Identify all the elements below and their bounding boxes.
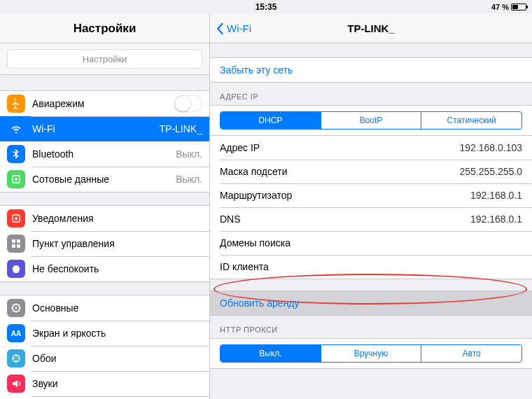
- svg-point-11: [15, 356, 17, 357]
- field-маска-подсети[interactable]: Маска подсети255.255.255.0: [210, 160, 532, 183]
- sidebar-item-wi-fi[interactable]: Wi-FiTP-LINK_: [0, 116, 209, 141]
- forget-network-group: Забыть эту сеть: [210, 57, 532, 83]
- sidebar-item-звуки[interactable]: Звуки: [0, 371, 209, 396]
- field-value: 192.168.0.1: [470, 214, 522, 225]
- sidebar-item-label: Экран и яркость: [32, 328, 202, 339]
- wifi-icon: [7, 120, 25, 138]
- sidebar-item-label: Сотовые данные: [32, 174, 176, 185]
- sidebar-item-label: Звуки: [32, 378, 202, 389]
- sidebar-item-сотовые-данные[interactable]: Сотовые данныеВыкл.: [0, 167, 209, 192]
- svg-point-8: [15, 307, 18, 309]
- field-value: 255.255.255.0: [459, 166, 522, 177]
- cellular-icon: [7, 170, 25, 188]
- detail-pane: Wi-Fi TP-LINK_ Забыть эту сеть АДРЕС IP …: [210, 14, 532, 399]
- sidebar-item-label: Уведомления: [32, 213, 202, 224]
- search-input[interactable]: [7, 49, 202, 69]
- switch[interactable]: [174, 95, 202, 112]
- field-маршрутизатор[interactable]: Маршрутизатор192.168.0.1: [210, 183, 532, 207]
- renew-lease-button[interactable]: Обновить аренду: [210, 291, 532, 315]
- field-label: Домены поиска: [220, 237, 290, 248]
- svg-rect-3: [12, 239, 15, 243]
- proxy-segmented-control[interactable]: Выкл.ВручнуюАвто: [220, 344, 522, 363]
- segment-вручную[interactable]: Вручную: [321, 345, 421, 362]
- field-label: ID клиента: [220, 261, 269, 272]
- field-label: Маршрутизатор: [220, 190, 292, 201]
- field-value: 192.168.0.103: [459, 142, 522, 153]
- field-dns[interactable]: DNS192.168.0.1: [210, 207, 532, 231]
- sidebar-item-уведомления[interactable]: Уведомления: [0, 206, 209, 231]
- sidebar-item-label: Авиарежим: [32, 98, 174, 109]
- sounds-icon: [7, 374, 25, 393]
- svg-rect-6: [17, 244, 20, 248]
- status-bar: 15:35 47 %: [0, 0, 532, 14]
- proxy-section-header: HTTP ПРОКСИ: [210, 316, 532, 338]
- field-value: 192.168.0.1: [470, 190, 522, 201]
- sidebar-item-пункт-управления[interactable]: Пункт управления: [0, 231, 209, 256]
- control-center-icon: [7, 234, 25, 253]
- sidebar-title: Настройки: [0, 14, 209, 43]
- sidebar-item-value: Выкл.: [176, 174, 202, 185]
- proxy-segmented-wrap: Выкл.ВручнуюАвто: [210, 338, 532, 369]
- wallpaper-icon: [7, 349, 25, 368]
- sidebar-item-label: Bluetooth: [32, 148, 176, 160]
- svg-rect-4: [17, 239, 20, 243]
- back-button[interactable]: Wi-Fi: [216, 22, 251, 35]
- field-label: DNS: [220, 214, 241, 225]
- general-icon: [7, 299, 25, 317]
- field-id-клиента[interactable]: ID клиента: [210, 255, 532, 279]
- battery-icon: [511, 4, 526, 10]
- svg-point-2: [15, 217, 18, 220]
- segment-bootp[interactable]: BootP: [321, 112, 421, 129]
- svg-point-13: [15, 360, 17, 361]
- sidebar-item-value: Выкл.: [176, 148, 202, 160]
- renew-lease-group: Обновить аренду: [210, 290, 532, 316]
- svg-rect-5: [12, 244, 15, 248]
- field-домены-поиска[interactable]: Домены поиска: [210, 231, 532, 255]
- sidebar-item-основные[interactable]: Основные: [0, 295, 209, 321]
- field-label: Маска подсети: [220, 166, 288, 177]
- ip-fields-group: Адрес IP192.168.0.103Маска подсети255.25…: [210, 136, 532, 279]
- segment-авто[interactable]: Авто: [421, 345, 522, 362]
- search-wrap: [0, 43, 209, 75]
- airplane-icon: [7, 94, 25, 113]
- detail-title: TP-LINK_: [347, 22, 395, 34]
- svg-text:AA: AA: [11, 330, 21, 337]
- sidebar-item-label: Основные: [32, 302, 202, 314]
- sidebar-item-пароль[interactable]: Пароль: [0, 396, 209, 399]
- settings-sidebar: Настройки АвиарежимWi-FiTP-LINK_Bluetoot…: [0, 14, 210, 399]
- notifications-icon: [7, 209, 25, 227]
- segment-выкл.[interactable]: Выкл.: [220, 345, 321, 362]
- display-icon: AA: [7, 324, 25, 342]
- status-time: 15:35: [255, 2, 277, 12]
- sidebar-item-не-беспокоить[interactable]: Не беспокоить: [0, 256, 209, 281]
- sidebar-item-авиарежим[interactable]: Авиарежим: [0, 91, 209, 116]
- detail-header: Wi-Fi TP-LINK_: [210, 14, 532, 43]
- field-адрес-ip[interactable]: Адрес IP192.168.0.103: [210, 136, 532, 160]
- sidebar-item-обои[interactable]: Обои: [0, 346, 209, 371]
- bluetooth-icon: [7, 145, 25, 163]
- sidebar-item-value: TP-LINK_: [160, 123, 202, 134]
- svg-point-14: [13, 358, 15, 359]
- do-not-disturb-icon: [7, 260, 25, 278]
- svg-point-0: [15, 178, 18, 181]
- svg-point-12: [18, 358, 19, 359]
- forget-network-button[interactable]: Забыть эту сеть: [210, 58, 532, 82]
- segment-dhcp[interactable]: DHCP: [220, 112, 321, 129]
- status-battery: 47 %: [491, 3, 526, 11]
- ip-segmented-control[interactable]: DHCPBootPСтатический: [220, 111, 522, 130]
- field-label: Адрес IP: [220, 142, 260, 153]
- sidebar-item-label: Обои: [32, 353, 202, 364]
- sidebar-item-экран-и-яркость[interactable]: AAЭкран и яркость: [0, 321, 209, 346]
- ip-section-header: АДРЕС IP: [210, 83, 532, 105]
- sidebar-item-label: Не беспокоить: [32, 263, 202, 274]
- sidebar-item-label: Wi-Fi: [32, 123, 160, 134]
- sidebar-item-bluetooth[interactable]: BluetoothВыкл.: [0, 141, 209, 167]
- segment-статический[interactable]: Статический: [421, 112, 522, 129]
- ip-segmented-wrap: DHCPBootPСтатический: [210, 105, 532, 136]
- sidebar-item-label: Пункт управления: [32, 238, 202, 249]
